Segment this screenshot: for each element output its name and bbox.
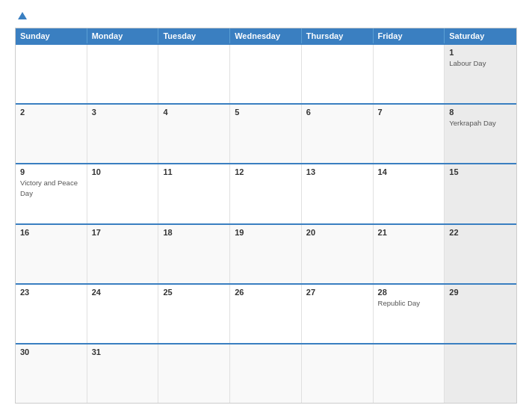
logo-blue-text	[15, 12, 27, 20]
day-number: 16	[20, 228, 82, 237]
day-number: 1	[449, 48, 512, 57]
day-number: 12	[235, 167, 297, 176]
cal-cell: 19	[230, 225, 302, 283]
day-number: 29	[449, 288, 512, 297]
cal-cell: 17	[87, 225, 159, 283]
day-number: 22	[449, 228, 512, 237]
week-row-1: 1Labour Day	[16, 43, 516, 103]
day-number: 19	[235, 228, 297, 237]
cal-cell: 29	[445, 285, 516, 343]
cal-cell: 24	[87, 285, 159, 343]
day-number: 26	[235, 288, 297, 297]
cal-cell: 4	[158, 105, 230, 163]
holiday-label: Victory and Peace Day	[20, 179, 78, 197]
calendar-body: 1Labour Day2345678Yerkrapah Day9Victory …	[16, 43, 516, 403]
cal-cell	[230, 344, 302, 403]
day-number: 5	[235, 108, 297, 117]
day-number: 31	[92, 347, 154, 356]
cal-cell: 11	[158, 164, 230, 223]
cal-cell: 22	[445, 225, 516, 283]
cal-cell: 18	[158, 225, 230, 283]
cal-cell: 23	[16, 285, 87, 343]
day-number: 4	[163, 108, 225, 117]
cal-cell: 9Victory and Peace Day	[16, 164, 87, 223]
cal-cell: 26	[230, 285, 302, 343]
day-number: 24	[92, 288, 154, 297]
calendar-grid: SundayMondayTuesdayWednesdayThursdayFrid…	[15, 28, 517, 404]
logo	[15, 12, 27, 20]
header-tuesday: Tuesday	[158, 28, 230, 43]
holiday-label: Labour Day	[449, 59, 486, 67]
cal-cell: 5	[230, 105, 302, 163]
cal-cell: 8Yerkrapah Day	[445, 105, 516, 163]
day-number: 23	[20, 288, 82, 297]
cal-cell: 3	[87, 105, 159, 163]
day-number: 7	[378, 108, 440, 117]
day-number: 8	[449, 108, 512, 117]
day-number: 6	[306, 108, 368, 117]
page-header	[15, 12, 517, 20]
day-number: 9	[20, 167, 82, 176]
day-number: 18	[163, 228, 225, 237]
week-row-5: 232425262728Republic Day29	[16, 283, 516, 343]
day-number: 17	[92, 228, 154, 237]
cal-cell	[158, 344, 230, 403]
day-number: 20	[306, 228, 368, 237]
calendar-header: SundayMondayTuesdayWednesdayThursdayFrid…	[16, 28, 516, 43]
day-number: 10	[92, 167, 154, 176]
cal-cell	[302, 45, 374, 103]
header-saturday: Saturday	[445, 28, 516, 43]
week-row-6: 3031	[16, 343, 516, 403]
cal-cell	[374, 45, 445, 103]
cal-cell: 1Labour Day	[445, 45, 516, 103]
cal-cell: 2	[16, 105, 87, 163]
header-sunday: Sunday	[16, 28, 87, 43]
cal-cell	[302, 344, 374, 403]
cal-cell	[230, 45, 302, 103]
holiday-label: Yerkrapah Day	[449, 119, 496, 127]
day-number: 30	[20, 347, 82, 356]
cal-cell: 30	[16, 344, 87, 403]
cal-cell: 10	[87, 164, 159, 223]
day-number: 15	[449, 167, 512, 176]
day-number: 28	[378, 288, 440, 297]
cal-cell: 7	[374, 105, 445, 163]
cal-cell: 28Republic Day	[374, 285, 445, 343]
day-number: 25	[163, 288, 225, 297]
header-wednesday: Wednesday	[230, 28, 302, 43]
cal-cell	[445, 344, 516, 403]
day-number: 13	[306, 167, 368, 176]
header-monday: Monday	[87, 28, 159, 43]
cal-cell: 31	[87, 344, 159, 403]
cal-cell: 21	[374, 225, 445, 283]
day-number: 2	[20, 108, 82, 117]
cal-cell	[16, 45, 87, 103]
cal-cell: 16	[16, 225, 87, 283]
cal-cell	[374, 344, 445, 403]
calendar-page: SundayMondayTuesdayWednesdayThursdayFrid…	[0, 0, 532, 411]
day-number: 11	[163, 167, 225, 176]
day-number: 3	[92, 108, 154, 117]
cal-cell	[158, 45, 230, 103]
logo-triangle-icon	[18, 12, 27, 19]
cal-cell: 12	[230, 164, 302, 223]
day-number: 21	[378, 228, 440, 237]
cal-cell: 27	[302, 285, 374, 343]
cal-cell: 25	[158, 285, 230, 343]
cal-cell: 15	[445, 164, 516, 223]
cal-cell: 6	[302, 105, 374, 163]
day-number: 14	[378, 167, 440, 176]
week-row-3: 9Victory and Peace Day101112131415	[16, 163, 516, 223]
cal-cell: 14	[374, 164, 445, 223]
day-number: 27	[306, 288, 368, 297]
week-row-4: 16171819202122	[16, 223, 516, 283]
cal-cell: 20	[302, 225, 374, 283]
week-row-2: 2345678Yerkrapah Day	[16, 103, 516, 163]
holiday-label: Republic Day	[378, 299, 421, 307]
header-friday: Friday	[374, 28, 445, 43]
cal-cell: 13	[302, 164, 374, 223]
cal-cell	[87, 45, 159, 103]
header-thursday: Thursday	[302, 28, 374, 43]
